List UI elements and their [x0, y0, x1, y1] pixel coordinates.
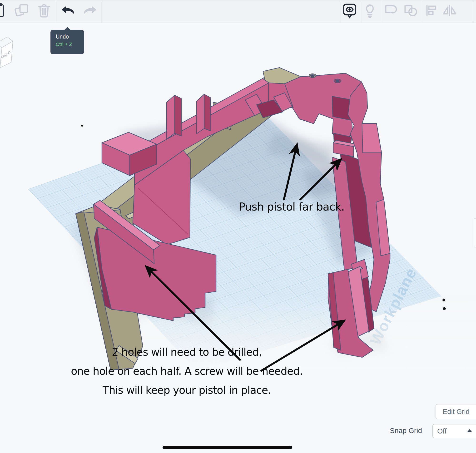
tooltip-shortcut: Ctrl + Z	[56, 40, 84, 48]
ungroup-icon[interactable]	[405, 6, 417, 16]
toolbar-separator	[421, 0, 421, 23]
annotation-eye-icon[interactable]	[344, 4, 355, 17]
tooltip-arrow	[64, 27, 71, 30]
toolbar-separator	[56, 0, 56, 23]
toolbar-separator	[473, 0, 473, 23]
mirror-icon[interactable]	[443, 5, 456, 16]
view-cube[interactable]: FRONT	[0, 37, 13, 68]
undo-icon[interactable]	[62, 6, 74, 15]
undo-tooltip: Undo Ctrl + Z	[50, 30, 84, 54]
tooltip-title: Undo	[56, 33, 84, 40]
chevron-up-icon[interactable]	[467, 429, 472, 432]
home-indicator-bar[interactable]	[163, 446, 292, 449]
annotation-push-text[interactable]: Push pistol far back.	[228, 200, 355, 213]
delete-icon[interactable]	[39, 5, 49, 17]
toolbar-separator	[339, 0, 339, 23]
redo-icon[interactable]	[84, 6, 96, 15]
toolbar-separator	[102, 0, 102, 23]
app-window: FRONT Workplane	[0, 0, 476, 453]
copy-icon[interactable]	[15, 5, 28, 16]
toolbar-separator	[360, 0, 360, 23]
paste-icon[interactable]	[0, 3, 3, 17]
align-icon[interactable]	[427, 5, 435, 16]
annotation-drill-text[interactable]: 2 holes will need to be drilled, one hol…	[43, 343, 331, 400]
right-edge-panel[interactable]	[474, 218, 476, 248]
toolbar-separator	[381, 0, 381, 23]
edit-grid-button[interactable]: Edit Grid	[435, 404, 476, 419]
top-toolbar	[0, 0, 476, 23]
toolbar-icons	[0, 0, 476, 23]
annotation-drill-line3: This will keep your pistol in place.	[43, 381, 331, 400]
show-all-lightbulb-icon[interactable]	[367, 5, 373, 18]
snap-grid-label: Snap Grid	[390, 427, 422, 435]
annotation-drill-line2: one hole on each half. A screw will be n…	[43, 362, 331, 381]
annotation-drill-line1: 2 holes will need to be drilled,	[43, 343, 331, 362]
group-icon[interactable]	[386, 6, 396, 13]
